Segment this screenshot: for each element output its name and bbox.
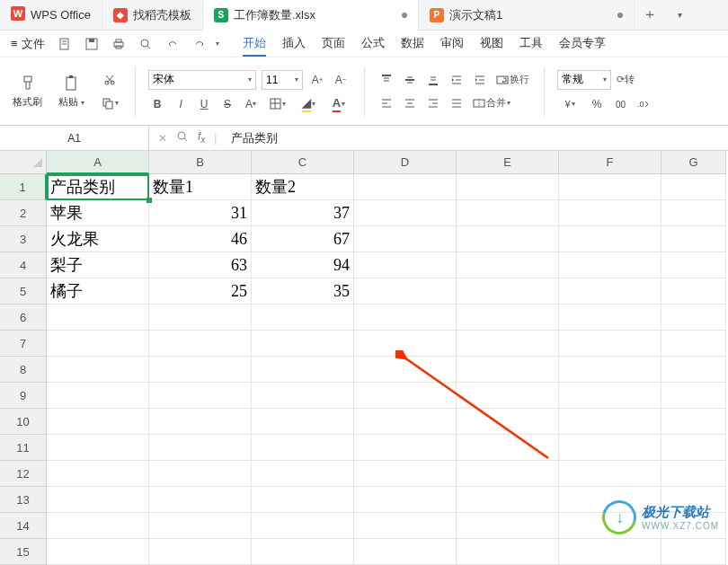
increase-decimal-button[interactable]: .0 [635, 95, 653, 113]
fx-icon[interactable]: fx [198, 130, 205, 145]
cell-A10[interactable] [47, 409, 149, 435]
print-button[interactable] [108, 33, 129, 55]
formula-value[interactable]: 产品类别 [231, 130, 278, 146]
cell-D1[interactable] [354, 174, 457, 200]
cell-D13[interactable] [354, 487, 457, 513]
align-top-button[interactable] [377, 71, 395, 89]
cell-B5[interactable]: 25 [149, 278, 252, 305]
cell-A9[interactable] [47, 383, 149, 409]
cell-D4[interactable] [354, 252, 457, 278]
col-header-A[interactable]: A [47, 151, 149, 174]
fill-color-button[interactable]: ◢▾ [296, 95, 321, 113]
cell-G15[interactable] [661, 539, 726, 565]
cell-G5[interactable] [661, 278, 726, 305]
cell-F5[interactable] [559, 278, 661, 305]
italic-button[interactable]: I [172, 95, 190, 113]
cell-A8[interactable] [47, 357, 149, 383]
strikethrough-button[interactable]: S [218, 95, 236, 113]
cell-A7[interactable] [47, 331, 149, 357]
font-size-select[interactable]: 11▾ [262, 70, 303, 90]
cell-C10[interactable] [252, 409, 354, 435]
chevron-down-icon[interactable]: ▾ [216, 40, 219, 48]
cancel-icon[interactable]: ✕ [158, 132, 167, 145]
row-header-3[interactable]: 3 [0, 226, 47, 252]
cell-B14[interactable] [149, 513, 252, 539]
cell-E12[interactable] [457, 461, 559, 487]
cell-G11[interactable] [661, 435, 726, 461]
cell-B13[interactable] [149, 487, 252, 513]
cell-A14[interactable] [47, 513, 149, 539]
cell-A15[interactable] [47, 539, 149, 565]
cell-E5[interactable] [457, 278, 559, 305]
cell-E11[interactable] [457, 435, 559, 461]
cell-C12[interactable] [252, 461, 354, 487]
tab-page[interactable]: 页面 [322, 31, 345, 57]
row-header-1[interactable]: 1 [0, 174, 47, 200]
font-name-select[interactable]: 宋体▾ [148, 70, 256, 90]
tab-member[interactable]: 会员专享 [559, 31, 606, 57]
cell-C11[interactable] [252, 435, 354, 461]
row-header-2[interactable]: 2 [0, 200, 47, 226]
cell-E7[interactable] [457, 331, 559, 357]
paste-button[interactable]: 粘贴 ▾ [55, 72, 88, 110]
cell-A6[interactable] [47, 305, 149, 331]
align-left-button[interactable] [377, 94, 395, 112]
comma-button[interactable]: 000 [611, 95, 629, 113]
fill-handle[interactable] [146, 198, 152, 203]
tab-wps-home[interactable]: W WPS Office [0, 0, 102, 31]
col-header-G[interactable]: G [661, 151, 726, 174]
cell-E8[interactable] [457, 357, 559, 383]
cell-A3[interactable]: 火龙果 [47, 226, 149, 252]
align-middle-button[interactable] [401, 71, 419, 89]
cell-A4[interactable]: 梨子 [47, 252, 149, 278]
redo-button[interactable] [189, 33, 210, 55]
cell-G8[interactable] [661, 357, 726, 383]
row-header-15[interactable]: 15 [0, 539, 47, 565]
wrap-text-button[interactable]: 换行 [494, 71, 531, 89]
col-header-E[interactable]: E [457, 151, 559, 174]
cell-B12[interactable] [149, 461, 252, 487]
cell-D15[interactable] [354, 539, 457, 565]
cell-E14[interactable] [457, 513, 559, 539]
border-button[interactable]: ▾ [265, 95, 290, 113]
cell-B15[interactable] [149, 539, 252, 565]
cell-D8[interactable] [354, 357, 457, 383]
tab-tools[interactable]: 工具 [519, 31, 543, 57]
row-header-6[interactable]: 6 [0, 305, 47, 331]
cell-E3[interactable] [457, 226, 559, 252]
cell-D5[interactable] [354, 278, 457, 305]
cell-B6[interactable] [149, 305, 252, 331]
cell-D12[interactable] [354, 461, 457, 487]
row-header-12[interactable]: 12 [0, 461, 47, 487]
more-font-button[interactable]: A▾ [242, 95, 260, 113]
cell-C2[interactable]: 37 [252, 200, 354, 226]
cell-E1[interactable] [457, 174, 559, 200]
tab-workbook[interactable]: S 工作簿数量.xlsx [203, 0, 419, 31]
cell-E15[interactable] [457, 539, 559, 565]
cell-C8[interactable] [252, 357, 354, 383]
row-header-5[interactable]: 5 [0, 278, 47, 305]
cell-F2[interactable] [559, 200, 661, 226]
cell-C15[interactable] [252, 539, 354, 565]
row-header-7[interactable]: 7 [0, 331, 47, 357]
cell-A1[interactable]: 产品类别 [47, 174, 149, 200]
undo-button[interactable] [162, 33, 183, 55]
cell-E10[interactable] [457, 409, 559, 435]
cell-B2[interactable]: 31 [149, 200, 252, 226]
cell-D3[interactable] [354, 226, 457, 252]
cell-C9[interactable] [252, 383, 354, 409]
new-tab-button[interactable]: ＋ [635, 5, 665, 24]
col-header-F[interactable]: F [559, 151, 661, 174]
tab-menu-button[interactable]: ▾ [665, 10, 696, 20]
cell-D14[interactable] [354, 513, 457, 539]
cell-A2[interactable]: 苹果 [47, 200, 149, 226]
decrease-indent-button[interactable] [448, 71, 466, 89]
cell-B7[interactable] [149, 331, 252, 357]
percent-button[interactable]: % [588, 95, 606, 113]
number-format-select[interactable]: 常规▾ [557, 70, 611, 90]
name-box[interactable]: A1 [0, 126, 149, 150]
tab-start[interactable]: 开始 [243, 31, 266, 57]
file-menu[interactable]: ≡ 文件 [7, 36, 49, 52]
cell-F7[interactable] [559, 331, 661, 357]
cell-D11[interactable] [354, 435, 457, 461]
